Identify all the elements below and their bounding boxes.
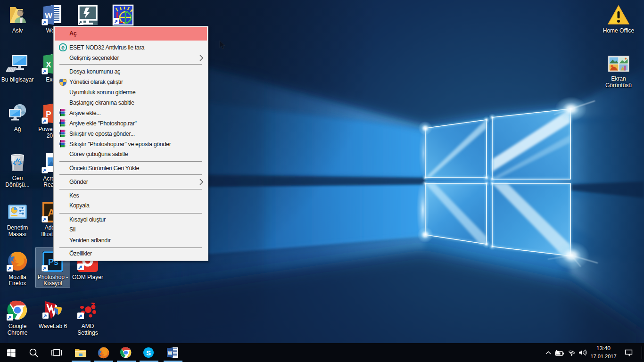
svg-text:e: e	[61, 44, 65, 51]
svg-text:S: S	[146, 349, 151, 357]
svg-text:X: X	[46, 60, 51, 69]
svg-text:P: P	[46, 110, 51, 119]
svg-text:W: W	[45, 11, 53, 20]
svg-text:W: W	[168, 351, 173, 356]
